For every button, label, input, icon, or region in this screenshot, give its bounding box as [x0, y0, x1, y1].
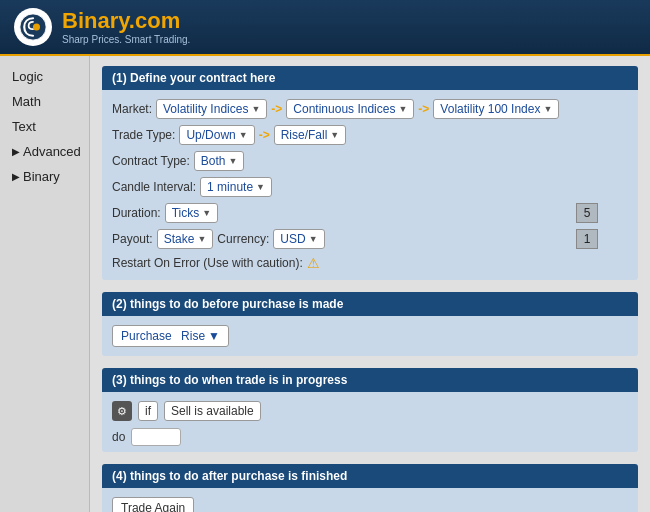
main-content: (1) Define your contract here Market: Vo… [90, 56, 650, 512]
brand-primary: Binary [62, 8, 129, 33]
candle-caret-icon: ▼ [256, 182, 265, 192]
sidebar-item-math[interactable]: Math [0, 89, 89, 114]
sidebar-item-binary[interactable]: ▶ Binary [0, 164, 89, 189]
currency-label: Currency: [217, 232, 269, 246]
section2-body: Purchase Rise ▼ [102, 316, 638, 356]
spinner1-value[interactable]: 5 [576, 203, 598, 223]
math-label: Math [12, 94, 41, 109]
sidebar-item-text[interactable]: Text [0, 114, 89, 139]
contract-type-caret-icon: ▼ [229, 156, 238, 166]
logic-label: Logic [12, 69, 43, 84]
spinner2-value[interactable]: 1 [576, 229, 598, 249]
market-row: Market: Volatility Indices ▼ -> Continuo… [112, 96, 628, 122]
sidebar-item-logic[interactable]: Logic [0, 64, 89, 89]
if-label: if [138, 401, 158, 421]
trade-type-caret-icon: ▼ [239, 130, 248, 140]
brand-accent: .com [129, 8, 180, 33]
contract-type-label: Contract Type: [112, 154, 190, 168]
purchase-row: Purchase Rise ▼ [112, 322, 628, 350]
trade-type-label: Trade Type: [112, 128, 175, 142]
duration-row: Duration: Ticks ▼ 5 [112, 200, 628, 226]
advanced-arrow-icon: ▶ [12, 146, 20, 157]
continuous-caret-icon: ▼ [398, 104, 407, 114]
text-label: Text [12, 119, 36, 134]
trade-type-row: Trade Type: Up/Down ▼ -> Rise/Fall ▼ [112, 122, 628, 148]
payout-label: Payout: [112, 232, 153, 246]
restart-label: Restart On Error (Use with caution): [112, 256, 303, 270]
section4-body: Trade Again [102, 488, 638, 512]
market-dropdown[interactable]: Volatility Indices ▼ [156, 99, 267, 119]
rise-fall-dropdown[interactable]: Rise/Fall ▼ [274, 125, 347, 145]
section3-header: (3) things to do when trade is in progre… [102, 368, 638, 392]
binary-arrow-icon: ▶ [12, 171, 20, 182]
gear-button[interactable]: ⚙ [112, 401, 132, 421]
section2-header: (2) things to do before purchase is made [102, 292, 638, 316]
brand-tagline: Sharp Prices. Smart Trading. [62, 34, 190, 45]
do-row: do [112, 428, 628, 446]
sidebar: Logic Math Text ▶ Advanced ▶ Binary [0, 56, 90, 512]
binary-label: Binary [23, 169, 60, 184]
sep3: -> [259, 128, 270, 142]
duration-label: Duration: [112, 206, 161, 220]
section3-body: ⚙ if Sell is available do [102, 392, 638, 452]
trade-again-button[interactable]: Trade Again [112, 497, 194, 512]
warning-icon: ⚠ [307, 255, 320, 271]
duration-dropdown[interactable]: Ticks ▼ [165, 203, 218, 223]
section3-block: (3) things to do when trade is in progre… [102, 368, 638, 452]
condition-text: Sell is available [164, 401, 261, 421]
advanced-label: Advanced [23, 144, 81, 159]
sep1: -> [271, 102, 282, 116]
trade-type-dropdown[interactable]: Up/Down ▼ [179, 125, 254, 145]
section1-block: (1) Define your contract here Market: Vo… [102, 66, 638, 280]
spinner1-wrap: 5 [576, 203, 598, 223]
volatility-dropdown[interactable]: Volatility 100 Index ▼ [433, 99, 559, 119]
section1-body: Market: Volatility Indices ▼ -> Continuo… [102, 90, 638, 280]
if-row: ⚙ if Sell is available [112, 398, 628, 424]
do-label-text: do [112, 430, 125, 444]
contract-type-dropdown[interactable]: Both ▼ [194, 151, 245, 171]
currency-caret-icon: ▼ [309, 234, 318, 244]
contract-type-row: Contract Type: Both ▼ [112, 148, 628, 174]
brand-name: Binary.com [62, 10, 190, 32]
stake-caret-icon: ▼ [197, 234, 206, 244]
body-wrapper: Logic Math Text ▶ Advanced ▶ Binary (1) … [0, 56, 650, 512]
rise-fall-caret-icon: ▼ [330, 130, 339, 140]
section4-header: (4) things to do after purchase is finis… [102, 464, 638, 488]
volatility-caret-icon: ▼ [543, 104, 552, 114]
market-caret-icon: ▼ [251, 104, 260, 114]
payout-row: Payout: Stake ▼ Currency: USD ▼ 1 [112, 226, 628, 252]
section2-block: (2) things to do before purchase is made… [102, 292, 638, 356]
section1-header: (1) Define your contract here [102, 66, 638, 90]
app-header: Binary.com Sharp Prices. Smart Trading. [0, 0, 650, 56]
purchase-caret-icon: ▼ [208, 329, 220, 343]
continuous-indices-dropdown[interactable]: Continuous Indices ▼ [286, 99, 414, 119]
logo-text-wrap: Binary.com Sharp Prices. Smart Trading. [62, 10, 190, 45]
trade-again-row: Trade Again [112, 494, 628, 512]
restart-on-error-row: Restart On Error (Use with caution): ⚠ [112, 252, 628, 274]
do-input[interactable] [131, 428, 181, 446]
candle-interval-row: Candle Interval: 1 minute ▼ [112, 174, 628, 200]
logo-icon [14, 8, 52, 46]
purchase-dropdown[interactable]: Purchase Rise ▼ [112, 325, 229, 347]
stake-dropdown[interactable]: Stake ▼ [157, 229, 214, 249]
svg-point-1 [33, 24, 40, 31]
market-label: Market: [112, 102, 152, 116]
candle-interval-label: Candle Interval: [112, 180, 196, 194]
sidebar-item-advanced[interactable]: ▶ Advanced [0, 139, 89, 164]
candle-interval-dropdown[interactable]: 1 minute ▼ [200, 177, 272, 197]
duration-caret-icon: ▼ [202, 208, 211, 218]
currency-dropdown[interactable]: USD ▼ [273, 229, 324, 249]
section4-block: (4) things to do after purchase is finis… [102, 464, 638, 512]
sep2: -> [418, 102, 429, 116]
